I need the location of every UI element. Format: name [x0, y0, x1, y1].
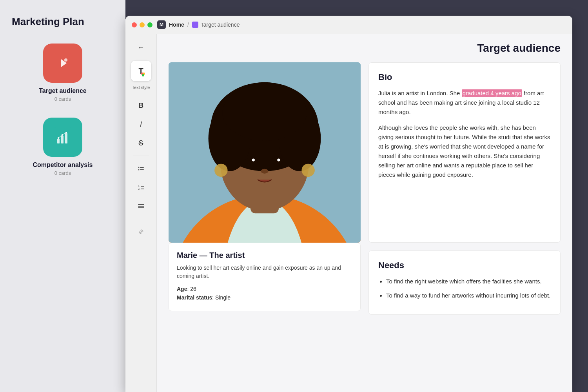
svg-text:2.: 2.	[138, 187, 140, 190]
text-style-button[interactable]: T	[131, 61, 151, 81]
page-header: Target audience	[169, 42, 561, 54]
text-style-label: Text style	[132, 85, 150, 90]
svg-point-34	[252, 159, 255, 162]
svg-rect-15	[140, 169, 144, 170]
browser-chrome: M Home / Target audience	[125, 16, 572, 34]
persona-name: Marie — The artist	[177, 251, 352, 260]
svg-rect-3	[57, 139, 60, 143]
app-icon: M	[157, 20, 166, 29]
svg-rect-19	[141, 189, 144, 189]
bio-paragraph-1: Julia is an artist in London. She gradua…	[378, 89, 551, 117]
maximize-button[interactable]	[147, 22, 152, 27]
close-button[interactable]	[132, 22, 137, 27]
persona-age: Age: 26	[177, 286, 352, 292]
marketing-plan-title: Marketing Plan	[8, 16, 84, 28]
toolbar-divider-2	[133, 219, 149, 219]
target-audience-card[interactable]: Target audience 0 cards	[39, 44, 87, 102]
page-title: Target audience	[169, 42, 561, 54]
unordered-list-button[interactable]	[133, 161, 149, 176]
text-style-t-icon: T	[138, 67, 143, 76]
target-audience-icon	[43, 44, 82, 83]
portrait-image	[169, 62, 361, 243]
target-audience-count: 0 cards	[54, 96, 71, 102]
photo-container	[169, 62, 361, 243]
browser-window: M Home / Target audience ← T	[125, 16, 572, 392]
svg-point-36	[261, 169, 268, 174]
page-breadcrumb-label: Target audience	[201, 22, 240, 28]
main-content: Target audience	[157, 34, 572, 392]
back-button[interactable]: ←	[134, 40, 148, 54]
svg-point-1	[64, 58, 67, 62]
marital-value: Single	[215, 294, 230, 301]
svg-point-33	[272, 157, 283, 165]
needs-heading: Needs	[378, 260, 551, 270]
svg-point-11	[142, 74, 144, 76]
breadcrumb: M Home / Target audience	[157, 20, 240, 29]
needs-item-1: To find the right website which offers t…	[386, 277, 551, 286]
align-button[interactable]	[133, 198, 149, 214]
bold-button[interactable]: B	[133, 98, 149, 113]
competitor-analysis-count: 0 cards	[54, 170, 71, 176]
svg-rect-22	[138, 207, 144, 208]
competitor-analysis-icon	[43, 118, 82, 157]
svg-rect-13	[140, 167, 144, 168]
browser-content: ← T Text style B I S	[125, 34, 572, 392]
persona-marital: Marital status: Single	[177, 294, 352, 301]
svg-rect-4	[61, 136, 64, 143]
current-page-breadcrumb: Target audience	[192, 22, 240, 28]
needs-card: Needs To find the right website which of…	[368, 250, 561, 315]
svg-point-37	[214, 164, 227, 177]
svg-point-31	[222, 85, 307, 141]
right-column: Bio Julia is an artist in London. She gr…	[368, 62, 561, 315]
svg-point-14	[138, 169, 139, 171]
needs-list: To find the right website which offers t…	[378, 277, 551, 300]
bio-paragraph-2: Although she loves the people she works …	[378, 123, 551, 180]
persona-description: Looking to sell her art easily online an…	[177, 264, 352, 280]
svg-point-32	[246, 157, 258, 165]
italic-button[interactable]: I	[133, 116, 149, 132]
link-button[interactable]	[133, 224, 149, 240]
svg-rect-20	[138, 204, 144, 205]
marital-label: Marital status	[177, 294, 212, 301]
competitor-analysis-card[interactable]: Competitor analysis 0 cards	[33, 118, 93, 176]
breadcrumb-separator: /	[187, 22, 189, 28]
content-grid: Marie — The artist Looking to sell her a…	[169, 62, 561, 315]
svg-point-35	[277, 159, 280, 162]
svg-point-38	[301, 164, 314, 177]
competitor-analysis-label: Competitor analysis	[33, 162, 93, 169]
bio-heading: Bio	[378, 72, 551, 82]
svg-rect-5	[65, 133, 67, 143]
home-link[interactable]: Home	[169, 22, 184, 28]
formatting-toolbar: ← T Text style B I S	[125, 34, 157, 392]
toolbar-divider	[133, 156, 149, 156]
strikethrough-button[interactable]: S	[133, 135, 149, 151]
page-icon	[192, 22, 198, 28]
svg-rect-21	[138, 206, 144, 207]
age-value: 26	[190, 286, 196, 292]
ordered-list-button[interactable]: 1. 2.	[133, 180, 149, 195]
svg-point-12	[138, 167, 139, 168]
target-audience-label: Target audience	[39, 87, 87, 94]
needs-item-2: To find a way to fund her artworks witho…	[386, 291, 551, 300]
svg-rect-17	[141, 186, 144, 187]
minimize-button[interactable]	[140, 22, 145, 27]
bio-highlight: graduated 4 years ago	[462, 89, 522, 97]
persona-card: Marie — The artist Looking to sell her a…	[169, 243, 361, 311]
age-label: Age	[177, 286, 187, 292]
svg-text:1.: 1.	[138, 185, 140, 187]
bio-card: Bio Julia is an artist in London. She gr…	[368, 62, 561, 243]
left-sidebar: Marketing Plan Target audience 0 cards	[0, 0, 125, 392]
bio-text-before-highlight: Julia is an artist in London. She	[378, 90, 462, 96]
left-column: Marie — The artist Looking to sell her a…	[169, 62, 361, 315]
traffic-lights	[132, 22, 152, 27]
